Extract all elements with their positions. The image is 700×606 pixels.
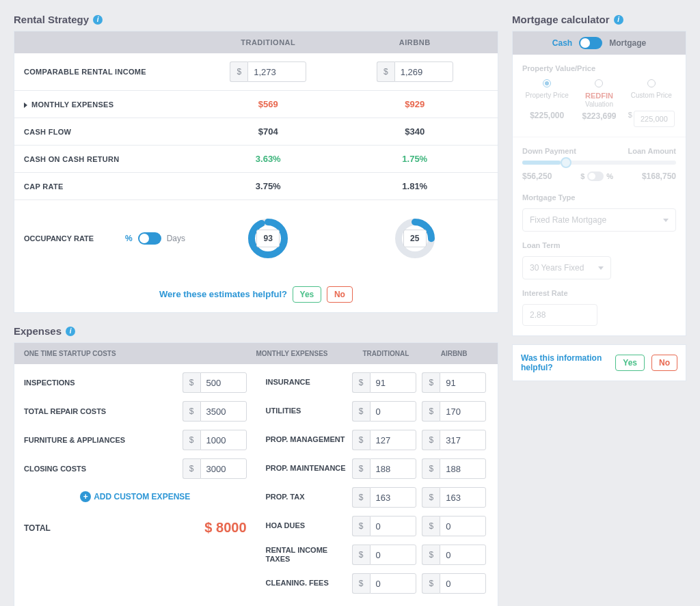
row-cap-rate: CAP RATE 3.75% 1.81% (14, 173, 498, 200)
hoa-airbnb-input[interactable] (440, 516, 486, 536)
cap-rate-airbnb: 1.81% (342, 181, 489, 191)
repair-input[interactable] (200, 401, 247, 422)
loan-term-label: Loan Term (522, 241, 676, 249)
interest-rate-input[interactable] (522, 304, 597, 326)
hoa-traditional-input[interactable] (370, 516, 416, 536)
maintenance-airbnb-input[interactable] (440, 458, 486, 479)
closing-input[interactable] (200, 458, 247, 479)
dollar-prefix: $ (422, 573, 440, 594)
dp-dollar-label: $ (580, 172, 584, 180)
add-custom-onetime-button[interactable]: +ADD CUSTOM EXPENSE (24, 483, 247, 510)
property-value-title: Property Value/Price (522, 64, 676, 72)
utilities-airbnb-input[interactable] (440, 401, 486, 422)
tax-airbnb-input[interactable] (440, 487, 486, 508)
coc-return-traditional: 3.63% (195, 154, 342, 164)
rs-column-headers: TRADITIONAL AIRBNB (14, 31, 498, 53)
custom-price-input[interactable] (634, 111, 675, 127)
rs-helpful-prompt: Were these estimates helpful? Yes No (14, 277, 498, 312)
exp-row-maintenance: PROP. MAINTENANCE $ $ (266, 454, 489, 483)
rs-helpful-no-button[interactable]: No (327, 286, 353, 303)
cleaning-traditional-input[interactable] (370, 573, 416, 594)
mortgage-mode-label: Mortgage (609, 38, 646, 48)
radio-icon (543, 79, 551, 87)
dollar-prefix: $ (422, 401, 440, 422)
rs-helpful-yes-button[interactable]: Yes (293, 286, 322, 303)
utilities-traditional-input[interactable] (370, 401, 416, 422)
maintenance-traditional-input[interactable] (370, 458, 416, 479)
dollar-prefix: $ (422, 458, 440, 479)
rental-strategy-panel: TRADITIONAL AIRBNB COMPARABLE RENTAL INC… (14, 31, 498, 313)
redfin-text: REDFIN (585, 92, 613, 100)
income-tax-traditional-input[interactable] (370, 545, 416, 565)
cash-mortgage-toggle[interactable] (579, 37, 602, 49)
dollar-prefix: $ (422, 430, 440, 450)
management-airbnb-input[interactable] (440, 430, 486, 450)
comparable-income-traditional-input[interactable] (247, 61, 306, 82)
exp-row-repair: TOTAL REPAIR COSTS $ (24, 397, 247, 426)
mortgage-title: Mortgage calculator i (512, 14, 686, 25)
occupancy-pct-label: % (125, 234, 133, 243)
header-onetime: ONE TIME STARTUP COSTS (24, 350, 256, 357)
col-airbnb: AIRBNB (342, 38, 489, 46)
cash-flow-airbnb: $340 (342, 126, 489, 137)
mortgage-type-select[interactable]: Fixed Rate Mortgage (522, 208, 676, 232)
exp-row-hoa: HOA DUES $ $ (266, 512, 489, 540)
cleaning-airbnb-input[interactable] (440, 573, 486, 594)
exp-row-income-tax: RENTAL INCOME TAXES $ $ (266, 540, 489, 569)
comparable-income-airbnb-input[interactable] (394, 61, 453, 82)
dp-pct-label: % (606, 172, 613, 180)
row-comparable-income: COMPARABLE RENTAL INCOME $ $ (14, 53, 498, 91)
closing-label: CLOSING COSTS (24, 465, 183, 473)
redfin-value: $223,699 (574, 111, 623, 121)
dollar-prefix: $ (183, 372, 200, 393)
tax-traditional-input[interactable] (370, 487, 416, 508)
info-icon[interactable]: i (614, 15, 623, 25)
down-payment-slider[interactable] (522, 161, 676, 165)
add-custom-monthly-button[interactable]: +ADD CUSTOM EXPENSE (266, 598, 489, 606)
occupancy-traditional-input[interactable] (256, 230, 280, 247)
down-payment-value: $56,250 (522, 171, 552, 181)
row-occupancy: OCCUPANCY RATE % Days (14, 200, 498, 277)
exp-row-insurance: INSURANCE $ $ (266, 368, 489, 397)
info-icon[interactable]: i (93, 15, 103, 25)
dollar-prefix: $ (230, 61, 247, 82)
occupancy-airbnb-input[interactable] (403, 230, 427, 247)
rs-helpful-text: Were these estimates helpful? (159, 289, 287, 299)
exp-row-utilities: UTILITIES $ $ (266, 397, 489, 426)
dollar-prefix: $ (183, 430, 200, 450)
dp-unit-toggle[interactable] (587, 171, 604, 181)
info-icon[interactable]: i (66, 327, 75, 336)
chevron-down-icon (663, 219, 669, 222)
loan-amount-value: $168,750 (642, 171, 676, 181)
utilities-label: UTILITIES (266, 407, 348, 415)
occupancy-unit-toggle[interactable] (138, 232, 161, 245)
dollar-prefix: $ (352, 545, 370, 565)
redfin-valuation-option[interactable]: REDFINValuation $223,699 (574, 79, 623, 127)
occupancy-donut-traditional (247, 218, 288, 259)
dollar-prefix: $ (352, 458, 370, 479)
cash-flow-label: CASH FLOW (24, 128, 195, 136)
property-price-value: $225,000 (522, 111, 571, 120)
rental-strategy-title: Rental Strategy i (14, 14, 498, 25)
radio-icon (647, 79, 656, 87)
exp-row-tax: PROP. TAX $ $ (266, 483, 489, 512)
insurance-traditional-input[interactable] (370, 372, 416, 393)
inspections-input[interactable] (200, 372, 247, 393)
income-tax-airbnb-input[interactable] (440, 545, 486, 565)
down-payment-label: Down Payment (522, 147, 576, 155)
dollar-prefix: $ (352, 401, 370, 422)
exp-row-furniture: FURNITURE & APPLIANCES $ (24, 426, 247, 454)
mortgage-helpful-yes-button[interactable]: Yes (615, 355, 645, 371)
mortgage-helpful-no-button[interactable]: No (651, 355, 677, 371)
onetime-total-label: TOTAL (24, 523, 51, 533)
furniture-input[interactable] (200, 430, 247, 450)
loan-term-select[interactable]: 30 Years Fixed (522, 256, 611, 279)
property-price-option[interactable]: Property Price $225,000 (522, 79, 571, 127)
management-traditional-input[interactable] (370, 430, 416, 450)
coc-return-airbnb: 1.75% (342, 154, 489, 164)
mortgage-panel: Cash Mortgage Property Value/Price Prope… (512, 31, 686, 336)
custom-price-option[interactable]: Custom Price $ (627, 79, 676, 127)
insurance-airbnb-input[interactable] (440, 372, 486, 393)
row-monthly-expenses[interactable]: MONTHLY EXPENSES $569 $929 (14, 91, 498, 118)
dollar-prefix: $ (422, 516, 440, 536)
